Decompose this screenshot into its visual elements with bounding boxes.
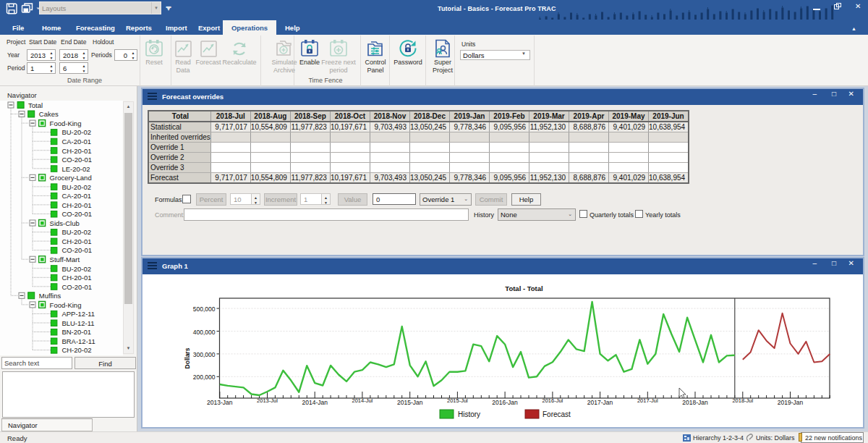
svg-text:BRA-12-11: BRA-12-11 bbox=[61, 337, 95, 345]
svg-text:LE-20-02: LE-20-02 bbox=[61, 165, 90, 173]
svg-text:CH-20-01: CH-20-01 bbox=[61, 201, 91, 209]
svg-text:BU-20-02: BU-20-02 bbox=[61, 183, 91, 191]
svg-text:BU-20-02: BU-20-02 bbox=[61, 265, 91, 273]
svg-text:2018-Jul: 2018-Jul bbox=[732, 397, 753, 404]
svg-text:2016-Jul: 2016-Jul bbox=[542, 397, 563, 404]
svg-text:BLU-12-11: BLU-12-11 bbox=[61, 319, 94, 327]
svg-text:2014-Jan: 2014-Jan bbox=[302, 399, 328, 406]
svg-text:2016-Jan: 2016-Jan bbox=[492, 399, 518, 406]
svg-text:Dollars: Dollars bbox=[184, 347, 191, 368]
svg-text:BU-20-02: BU-20-02 bbox=[61, 228, 91, 236]
svg-text:2017-Jan: 2017-Jan bbox=[587, 399, 613, 406]
svg-text:400,000: 400,000 bbox=[193, 329, 216, 336]
svg-text:500,000: 500,000 bbox=[193, 305, 216, 313]
svg-text:Total - Total: Total - Total bbox=[505, 284, 542, 292]
svg-text:2015-Jul: 2015-Jul bbox=[447, 397, 468, 404]
svg-text:Grocery-Land: Grocery-Land bbox=[50, 174, 92, 182]
svg-text:CO-20-01: CO-20-01 bbox=[61, 156, 92, 164]
svg-text:200,000: 200,000 bbox=[193, 374, 216, 381]
svg-text:2017-Jul: 2017-Jul bbox=[637, 397, 658, 404]
svg-text:2014-Jul: 2014-Jul bbox=[352, 397, 373, 404]
svg-text:CA-20-01: CA-20-01 bbox=[61, 192, 91, 200]
svg-text:2019-Jan: 2019-Jan bbox=[778, 399, 804, 406]
svg-text:CO-20-01: CO-20-01 bbox=[61, 210, 92, 218]
svg-text:CH-20-02: CH-20-02 bbox=[61, 346, 91, 354]
svg-text:History: History bbox=[458, 410, 480, 418]
svg-text:CA-20-01: CA-20-01 bbox=[61, 138, 91, 145]
svg-text:Stuff-Mart: Stuff-Mart bbox=[50, 256, 80, 263]
svg-text:CH-20-01: CH-20-01 bbox=[61, 274, 91, 282]
svg-text:2013-Jan: 2013-Jan bbox=[207, 399, 233, 406]
svg-text:APP-12-11: APP-12-11 bbox=[61, 310, 95, 318]
svg-text:2018-Jan: 2018-Jan bbox=[682, 399, 708, 406]
svg-text:Food-King: Food-King bbox=[50, 301, 82, 309]
svg-text:Muffins: Muffins bbox=[39, 292, 61, 300]
svg-text:2013-Jul: 2013-Jul bbox=[257, 397, 278, 404]
svg-text:CH-20-01: CH-20-01 bbox=[61, 237, 91, 245]
svg-text:BU-20-02: BU-20-02 bbox=[61, 128, 91, 136]
svg-text:BN-20-01: BN-20-01 bbox=[61, 328, 91, 336]
svg-text:Forecast: Forecast bbox=[542, 410, 571, 418]
svg-text:Total: Total bbox=[28, 101, 43, 109]
svg-text:Cakes: Cakes bbox=[39, 110, 59, 118]
svg-text:Food-King: Food-King bbox=[50, 119, 82, 127]
svg-text:CO-20-01: CO-20-01 bbox=[61, 283, 92, 291]
svg-text:300,000: 300,000 bbox=[193, 351, 216, 358]
svg-text:CH-20-01: CH-20-01 bbox=[61, 147, 91, 155]
svg-text:CO-20-01: CO-20-01 bbox=[61, 246, 92, 254]
svg-text:2015-Jan: 2015-Jan bbox=[397, 399, 423, 406]
svg-text:Sids-Club: Sids-Club bbox=[50, 219, 80, 227]
